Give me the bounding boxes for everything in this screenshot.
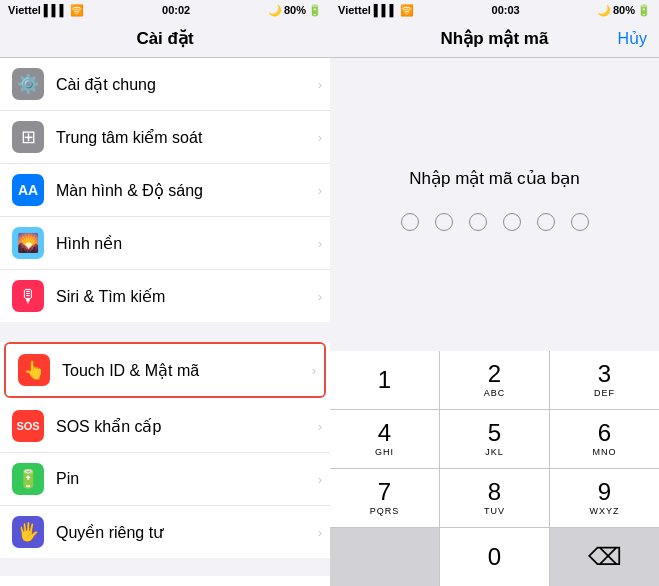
wifi-right: 🛜 bbox=[400, 4, 414, 17]
privacy-label: Quyền riêng tư bbox=[56, 523, 318, 542]
key-letters: WXYZ bbox=[590, 506, 620, 516]
passcode-dot bbox=[435, 213, 453, 231]
numpad-key-1[interactable]: 1 bbox=[330, 351, 440, 409]
display-icon: AA bbox=[12, 174, 44, 206]
control-center-chevron: › bbox=[318, 130, 322, 145]
battery-right: 80% bbox=[613, 4, 635, 16]
battery-label: Pin bbox=[56, 470, 318, 488]
general-label: Cài đặt chung bbox=[56, 75, 318, 94]
moon-icon: 🌙 bbox=[268, 4, 282, 17]
passcode-dot bbox=[401, 213, 419, 231]
passcode-dot bbox=[503, 213, 521, 231]
status-bar-right: Viettel ▌▌▌ 🛜 00:03 🌙 80% 🔋 bbox=[330, 0, 659, 20]
passcode-dot bbox=[571, 213, 589, 231]
numpad-key-0[interactable]: 0 bbox=[440, 528, 550, 586]
numpad-key-4[interactable]: 4GHI bbox=[330, 410, 440, 468]
key-number: 9 bbox=[598, 480, 611, 504]
settings-item-general[interactable]: ⚙️Cài đặt chung› bbox=[0, 58, 330, 111]
time-left: 00:02 bbox=[162, 4, 190, 16]
settings-item-display[interactable]: AAMàn hình & Độ sáng› bbox=[0, 164, 330, 217]
right-header: Nhập mật mã Hủy bbox=[330, 20, 659, 57]
battery-icon: 🔋 bbox=[12, 463, 44, 495]
settings-item-wrapper-touchid: 👆Touch ID & Mật mã› bbox=[4, 342, 326, 398]
wallpaper-chevron: › bbox=[318, 236, 322, 251]
touchid-chevron: › bbox=[312, 363, 316, 378]
passcode-prompt: Nhập mật mã của bạn bbox=[409, 168, 579, 189]
numpad-key-9[interactable]: 9WXYZ bbox=[550, 469, 659, 527]
numpad-row: 7PQRS8TUV9WXYZ bbox=[330, 469, 659, 528]
carrier-right: Viettel bbox=[338, 4, 371, 16]
key-number: 4 bbox=[378, 421, 391, 445]
headers: Cài đặt Nhập mật mã Hủy bbox=[0, 20, 659, 58]
settings-item-sos[interactable]: SOSSOS khẩn cấp› bbox=[0, 400, 330, 453]
numpad-delete-key[interactable]: ⌫ bbox=[550, 528, 659, 586]
settings-item-battery[interactable]: 🔋Pin› bbox=[0, 453, 330, 506]
key-number: 2 bbox=[488, 362, 501, 386]
key-letters: MNO bbox=[593, 447, 617, 457]
key-number: 5 bbox=[488, 421, 501, 445]
general-icon: ⚙️ bbox=[12, 68, 44, 100]
numpad-row: 4GHI5JKL6MNO bbox=[330, 410, 659, 469]
settings-item-control-center[interactable]: ⊞Trung tâm kiểm soát› bbox=[0, 111, 330, 164]
moon-icon-right: 🌙 bbox=[597, 4, 611, 17]
numpad-key-6[interactable]: 6MNO bbox=[550, 410, 659, 468]
settings-item-wallpaper[interactable]: 🌄Hình nền› bbox=[0, 217, 330, 270]
numpad: 12ABC3DEF4GHI5JKL6MNO7PQRS8TUV9WXYZ0⌫ bbox=[330, 351, 659, 586]
settings-item-itunes[interactable]: 🅰iTunes & App Store› bbox=[0, 576, 330, 586]
key-number: 6 bbox=[598, 421, 611, 445]
passcode-dot bbox=[537, 213, 555, 231]
carrier-left: Viettel bbox=[8, 4, 41, 16]
key-number: 7 bbox=[378, 480, 391, 504]
sos-icon: SOS bbox=[12, 410, 44, 442]
wallpaper-label: Hình nền bbox=[56, 234, 318, 253]
key-number: 8 bbox=[488, 480, 501, 504]
numpad-key-7[interactable]: 7PQRS bbox=[330, 469, 440, 527]
display-label: Màn hình & Độ sáng bbox=[56, 181, 318, 200]
numpad-key-5[interactable]: 5JKL bbox=[440, 410, 550, 468]
battery-left: 80% bbox=[284, 4, 306, 16]
key-number: 0 bbox=[488, 545, 501, 569]
key-letters: PQRS bbox=[370, 506, 400, 516]
passcode-panel: Nhập mật mã của bạn 12ABC3DEF4GHI5JKL6MN… bbox=[330, 58, 659, 586]
touchid-icon: 👆 bbox=[18, 354, 50, 386]
privacy-icon: 🖐 bbox=[12, 516, 44, 548]
touchid-label: Touch ID & Mật mã bbox=[62, 361, 312, 380]
settings-list-panel: ⚙️Cài đặt chung›⊞Trung tâm kiểm soát›AAM… bbox=[0, 58, 330, 586]
display-chevron: › bbox=[318, 183, 322, 198]
sos-chevron: › bbox=[318, 419, 322, 434]
control-center-label: Trung tâm kiểm soát bbox=[56, 128, 318, 147]
status-bars: Viettel ▌▌▌ 🛜 00:02 🌙 80% 🔋 Viettel ▌▌▌ … bbox=[0, 0, 659, 20]
battery-chevron: › bbox=[318, 472, 322, 487]
settings-list: ⚙️Cài đặt chung›⊞Trung tâm kiểm soát›AAM… bbox=[0, 58, 330, 586]
numpad-key-3[interactable]: 3DEF bbox=[550, 351, 659, 409]
battery-icon-right: 🔋 bbox=[637, 4, 651, 17]
time-right: 00:03 bbox=[492, 4, 520, 16]
left-header: Cài đặt bbox=[0, 20, 330, 57]
wifi-left: 🛜 bbox=[70, 4, 84, 17]
numpad-key-8[interactable]: 8TUV bbox=[440, 469, 550, 527]
key-letters: TUV bbox=[484, 506, 505, 516]
siri-label: Siri & Tìm kiếm bbox=[56, 287, 318, 306]
privacy-chevron: › bbox=[318, 525, 322, 540]
signal-left: ▌▌▌ bbox=[44, 4, 67, 16]
numpad-row: 0⌫ bbox=[330, 528, 659, 586]
key-letters: GHI bbox=[375, 447, 394, 457]
key-number: 1 bbox=[378, 368, 391, 392]
siri-chevron: › bbox=[318, 289, 322, 304]
passcode-dot bbox=[469, 213, 487, 231]
settings-item-siri[interactable]: 🎙Siri & Tìm kiếm› bbox=[0, 270, 330, 322]
cancel-button[interactable]: Hủy bbox=[617, 29, 647, 48]
delete-icon: ⌫ bbox=[588, 545, 622, 569]
status-bar-left: Viettel ▌▌▌ 🛜 00:02 🌙 80% 🔋 bbox=[0, 0, 330, 20]
settings-item-touchid[interactable]: 👆Touch ID & Mật mã› bbox=[6, 344, 324, 396]
left-title: Cài đặt bbox=[136, 28, 193, 49]
main-panels: ⚙️Cài đặt chung›⊞Trung tâm kiểm soát›AAM… bbox=[0, 58, 659, 586]
settings-item-privacy[interactable]: 🖐Quyền riêng tư› bbox=[0, 506, 330, 558]
general-chevron: › bbox=[318, 77, 322, 92]
key-number: 3 bbox=[598, 362, 611, 386]
key-letters: DEF bbox=[594, 388, 615, 398]
battery-icon-left: 🔋 bbox=[308, 4, 322, 17]
siri-icon: 🎙 bbox=[12, 280, 44, 312]
control-center-icon: ⊞ bbox=[12, 121, 44, 153]
numpad-key-2[interactable]: 2ABC bbox=[440, 351, 550, 409]
